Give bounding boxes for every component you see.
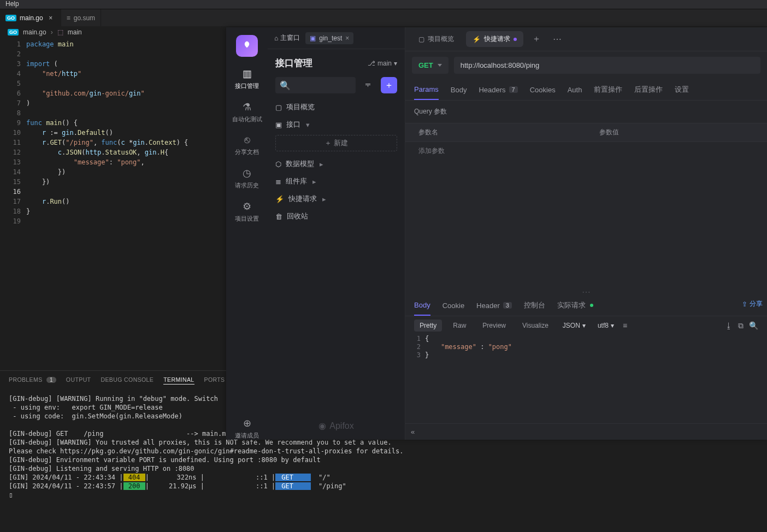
project-icon: ▣: [310, 34, 316, 42]
menu-help[interactable]: Help: [5, 0, 19, 8]
bolt-icon: ⚡: [275, 195, 284, 203]
restab-console[interactable]: 控制台: [524, 295, 545, 316]
apifox-window-tabs: ⌂ 主窗口 ▣ gin_test ×: [268, 27, 405, 49]
share-button[interactable]: ⇪ 分享: [742, 299, 763, 309]
cube-icon: ⬡: [275, 160, 281, 168]
apifox-logo[interactable]: [236, 35, 258, 57]
col-value: 参数值: [586, 123, 767, 141]
subtab-body[interactable]: Body: [451, 79, 467, 100]
home-tab[interactable]: ⌂ 主窗口: [274, 33, 300, 43]
pane-divider[interactable]: ⋯: [405, 288, 767, 295]
subtab-auth[interactable]: Auth: [568, 79, 582, 100]
response-json[interactable]: 123 { "message" : "pong" }: [405, 335, 767, 359]
rail-auto-test[interactable]: ⚗ 自动化测试: [232, 101, 262, 123]
plus-icon: ＋: [324, 138, 332, 148]
rail-share-docs[interactable]: ⎋ 分享文档: [235, 134, 259, 156]
params-header: 参数名 参数值: [405, 123, 767, 141]
add-button[interactable]: ＋: [381, 77, 397, 93]
tab-output[interactable]: OUTPUT: [66, 376, 91, 385]
tab-debug-console[interactable]: DEBUG CONSOLE: [101, 376, 154, 385]
chevron-down-icon: ▾: [611, 322, 614, 329]
new-api-button[interactable]: ＋ 新建: [275, 135, 397, 151]
overview-icon: ▢: [275, 103, 282, 111]
subtab-settings[interactable]: 设置: [675, 79, 689, 100]
request-row: GET http://localhost:8080/ping: [405, 51, 767, 79]
apifox-rail: ▥ 接口管理 ⚗ 自动化测试 ⎋ 分享文档 ◷ 请求历史 ⚙ 项目设置 ⊕ 邀请…: [226, 27, 268, 440]
tree-components[interactable]: ≣ 组件库 ▸: [275, 176, 397, 186]
package-icon: ⬚: [57, 28, 63, 36]
filter-icon: ⫧: [364, 80, 373, 90]
download-icon[interactable]: ⭳: [725, 321, 733, 330]
tree-api-root[interactable]: ▣ 接口 ▾: [275, 120, 397, 129]
response-subtabs: Body Cookie Header 3 控制台 实际请求: [405, 295, 767, 316]
tab-problems[interactable]: PROBLEMS 1: [9, 376, 56, 385]
chevron-down-icon: [438, 64, 442, 67]
tree-quick-request[interactable]: ⚡ 快捷请求 ▸: [275, 194, 397, 204]
tab-main-go[interactable]: GO main.go ×: [0, 9, 61, 26]
close-icon[interactable]: ×: [46, 14, 55, 22]
response-panel: Body Cookie Header 3 控制台 实际请求 ⇪ 分享 Prett…: [405, 295, 767, 423]
more-tabs-button[interactable]: ⋯: [550, 31, 565, 48]
tree-data-model[interactable]: ⬡ 数据模型 ▸: [275, 159, 397, 169]
search-input[interactable]: 🔍: [275, 77, 356, 93]
rail-project-settings[interactable]: ⚙ 项目设置: [235, 200, 259, 223]
tree-project-overview[interactable]: ▢ 项目概览: [275, 102, 397, 112]
menubar: Help: [0, 0, 767, 9]
tree-trash[interactable]: 🗑 回收站: [275, 211, 397, 221]
close-icon[interactable]: ×: [345, 34, 349, 42]
branch-selector[interactable]: ⎇ main ▾: [368, 60, 397, 67]
subtab-post[interactable]: 后置操作: [634, 79, 663, 100]
url-input[interactable]: http://localhost:8080/ping: [454, 57, 760, 74]
flask-icon: ⚗: [243, 101, 251, 113]
view-visualize[interactable]: Visualize: [517, 320, 554, 332]
editor-tabs: GO main.go × ≡ go.sum: [0, 9, 767, 26]
rail-api-management[interactable]: ▥ 接口管理: [235, 68, 259, 90]
view-pretty[interactable]: Pretty: [414, 320, 442, 332]
subtab-cookies[interactable]: Cookies: [530, 79, 556, 100]
add-tab-button[interactable]: ＋: [529, 30, 544, 48]
breadcrumb-symbol[interactable]: main: [68, 28, 82, 36]
tab-quick-request[interactable]: ⚡ 快捷请求: [466, 31, 523, 47]
subtab-params[interactable]: Params: [414, 79, 439, 100]
response-toolbar: Pretty Raw Preview Visualize JSON ▾ utf8…: [405, 316, 767, 335]
tab-project-overview[interactable]: ▢ 项目概览: [412, 31, 461, 47]
restab-actual[interactable]: 实际请求: [557, 295, 593, 316]
bolt-icon: ⚡: [473, 36, 481, 43]
format-select[interactable]: JSON ▾: [559, 320, 589, 332]
tab-ports[interactable]: PORTS: [204, 376, 225, 385]
tab-terminal[interactable]: TERMINAL: [163, 376, 194, 385]
restab-cookie[interactable]: Cookie: [442, 295, 464, 316]
method-selector[interactable]: GET: [412, 57, 449, 74]
col-name: 参数名: [405, 123, 586, 141]
search-icon[interactable]: 🔍: [749, 321, 758, 330]
tab-go-sum[interactable]: ≡ go.sum: [61, 9, 101, 26]
view-preview[interactable]: Preview: [477, 320, 511, 332]
json-code[interactable]: { "message" : "pong" }: [425, 335, 512, 359]
filter-button[interactable]: ⫧: [360, 77, 376, 93]
params-add-row[interactable]: 添加参数: [405, 141, 767, 160]
restab-header[interactable]: Header 3: [476, 295, 512, 316]
copy-icon[interactable]: ⧉: [738, 321, 744, 330]
subtab-pre[interactable]: 前置操作: [594, 79, 622, 100]
main-tabs: ▢ 项目概览 ⚡ 快捷请求 ＋ ⋯: [405, 27, 767, 51]
breadcrumb-file[interactable]: main.go: [23, 28, 46, 36]
restab-body[interactable]: Body: [414, 295, 430, 316]
chevron-right-icon: ▸: [322, 195, 326, 203]
rail-history[interactable]: ◷ 请求历史: [235, 167, 259, 190]
subtab-headers[interactable]: Headers 7: [479, 79, 517, 100]
api-icon: ▣: [275, 121, 282, 129]
line-gutter: 12345678910111213141516171819: [0, 38, 26, 370]
rail-invite[interactable]: ⊕ 邀请成员: [235, 417, 259, 440]
share-icon: ⇪: [742, 300, 747, 308]
layers-icon: ≣: [275, 178, 281, 186]
calendar-icon: ▥: [243, 68, 252, 80]
apifox-main: ▢ 项目概览 ⚡ 快捷请求 ＋ ⋯ GET http://localhost:8…: [405, 27, 767, 440]
wrap-icon[interactable]: ≡: [623, 321, 627, 330]
collapse-button[interactable]: «: [405, 423, 767, 440]
project-tab[interactable]: ▣ gin_test ×: [305, 32, 353, 44]
sidebar-title: 接口管理: [275, 57, 312, 69]
view-raw[interactable]: Raw: [447, 320, 471, 332]
encoding-select[interactable]: utf8 ▾: [594, 320, 617, 332]
status-dot-icon: [590, 304, 593, 307]
add-param-placeholder[interactable]: 添加参数: [405, 142, 586, 160]
